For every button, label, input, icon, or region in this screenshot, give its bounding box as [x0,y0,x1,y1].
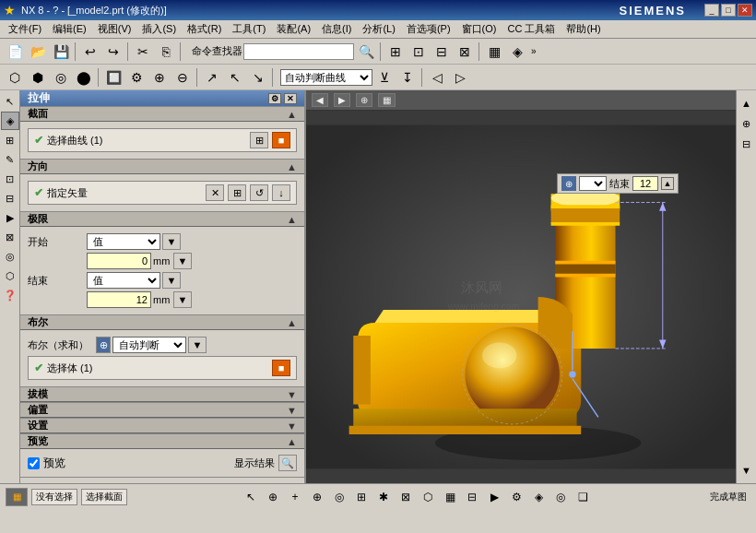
section-header-draft[interactable]: 拔模 ▼ [20,386,304,402]
btm-btn-9[interactable]: ⬡ [418,488,438,506]
start-dist-arrow[interactable]: ▼ [173,253,192,269]
display-result-btn[interactable]: 🔍 [278,455,297,471]
vert-btn-select[interactable]: ↖ [1,92,19,111]
vert-btn-8[interactable]: ⊠ [1,228,19,246]
tb-btn6[interactable]: ◈ [506,41,528,62]
tb2-b10[interactable]: ↖ [224,67,246,88]
tb2-b5[interactable]: 🔲 [102,67,124,88]
auto-judge-select[interactable]: 自动判断曲线 [280,69,372,86]
tb-cut[interactable]: ✂ [132,41,154,62]
btm-btn-5[interactable]: ◎ [329,488,349,506]
tb2-filter[interactable]: ⊻ [373,67,396,88]
select-curve-btn2[interactable]: ■ [272,132,290,148]
vp-nav-btn2[interactable]: ▶ [334,93,350,107]
vert-btn-3[interactable]: ⊞ [1,131,19,149]
menu-edit[interactable]: 编辑(E) [48,21,91,37]
menu-help[interactable]: 帮助(H) [561,21,605,37]
tb2-b6[interactable]: ⚙ [125,67,148,88]
btm-btn-11[interactable]: ⊟ [462,488,482,506]
select-curve-btn1[interactable]: ⊞ [250,132,268,148]
vert-btn-4[interactable]: ✎ [1,150,19,169]
popup-end-select[interactable] [579,176,607,191]
vp-nav-btn1[interactable]: ◀ [312,93,328,107]
menu-view[interactable]: 视图(V) [93,21,136,37]
popup-end-input[interactable] [632,176,658,191]
section-header-preview[interactable]: 预览 ▲ [20,433,304,449]
right-btn-1[interactable]: ▲ [738,94,756,113]
preview-checkbox[interactable] [28,457,40,469]
btm-btn-2[interactable]: ⊕ [263,488,283,506]
menu-format[interactable]: 格式(R) [183,21,226,37]
section-header-limit[interactable]: 极限 ▲ [20,211,304,227]
vert-btn-7[interactable]: ▶ [1,208,19,227]
tb2-b9[interactable]: ↗ [201,67,223,88]
btm-btn-8[interactable]: ⊠ [396,488,416,506]
btm-btn-1[interactable]: ↖ [241,488,261,506]
dialog-gear-btn[interactable]: ⚙ [268,93,281,104]
specify-vector-btn3[interactable]: ↺ [250,184,268,201]
tb2-b2[interactable]: ⬢ [27,67,49,88]
popup-up-btn[interactable]: ▲ [661,177,674,190]
right-btn-2[interactable]: ⊕ [738,114,756,133]
specify-vector-btn2[interactable]: ⊞ [228,184,246,201]
btm-btn-12[interactable]: ▶ [484,488,504,506]
boolean-arrow-btn[interactable]: ▼ [188,337,207,353]
end-dist-arrow[interactable]: ▼ [173,291,192,308]
tb-more[interactable]: » [529,46,538,56]
tb-btn1[interactable]: ⊞ [384,41,407,62]
menu-tools[interactable]: 工具(T) [228,21,270,37]
tb2-b8[interactable]: ⊖ [171,67,194,88]
specify-vector-btn4[interactable]: ↓ [272,184,290,201]
vert-btn-11[interactable]: ❓ [1,286,19,304]
right-btn-4[interactable]: ▼ [738,461,756,480]
vert-btn-5[interactable]: ⊡ [1,170,19,188]
section-header-mian[interactable]: 截面 ▲ [20,106,304,122]
close-btn[interactable]: ✕ [738,4,752,17]
tb-undo[interactable]: ↩ [79,41,101,62]
tb2-b11[interactable]: ↘ [247,67,269,88]
btm-btn-16[interactable]: ❑ [573,488,593,506]
tb-copy[interactable]: ⎘ [155,41,177,62]
tb-btn4[interactable]: ⊠ [454,41,476,62]
section-header-settings[interactable]: 设置 ▼ [20,418,304,433]
menu-analysis[interactable]: 分析(L) [358,21,399,37]
start-distance-input[interactable] [87,253,151,269]
tb-save[interactable]: 💾 [50,41,72,62]
tb2-b14[interactable]: ▷ [449,67,471,88]
menu-preferences[interactable]: 首选项(P) [402,21,455,37]
right-btn-3[interactable]: ⊟ [738,135,756,153]
vert-btn-10[interactable]: ⬡ [1,266,19,285]
tb-btn5[interactable]: ▦ [483,41,505,62]
tb2-b3[interactable]: ◎ [50,67,72,88]
menu-file[interactable]: 文件(F) [4,21,46,37]
command-finder-input[interactable] [243,43,354,60]
btm-btn-10[interactable]: ▦ [440,488,460,506]
tb2-b1[interactable]: ⬡ [4,67,26,88]
tb-redo[interactable]: ↪ [102,41,124,62]
btm-btn-7[interactable]: ✱ [373,488,394,506]
menu-info[interactable]: 信息(I) [317,21,356,37]
tb2-b12[interactable]: ↧ [396,67,419,88]
start-arrow-btn[interactable]: ▼ [162,233,181,250]
section-header-direction[interactable]: 方向 ▲ [20,159,304,174]
tb-btn2[interactable]: ⊡ [408,41,430,62]
menu-window[interactable]: 窗口(O) [457,21,502,37]
btm-btn-6[interactable]: ⊞ [351,488,372,506]
tb-open[interactable]: 📂 [27,41,49,62]
menu-cc[interactable]: CC 工具箱 [502,21,560,37]
select-body-orange-btn[interactable]: ■ [272,360,290,376]
vert-btn-9[interactable]: ◎ [1,247,19,266]
tb2-b4[interactable]: ⬤ [73,67,95,88]
vert-btn-2[interactable]: ◈ [1,112,19,130]
tb2-b13[interactable]: ◁ [426,67,448,88]
start-type-select[interactable]: 值 [87,233,160,250]
maximize-btn[interactable]: □ [721,4,736,17]
btm-btn-15[interactable]: ◎ [550,488,571,506]
specify-vector-btn1[interactable]: ✕ [206,184,224,201]
btm-btn-13[interactable]: ⚙ [506,488,526,506]
tb2-b7[interactable]: ⊕ [148,67,171,88]
tb-new[interactable]: 📄 [4,41,26,62]
tb-btn3[interactable]: ⊟ [431,41,453,62]
boolean-type-select[interactable]: 自动判断 [112,337,186,353]
end-type-select[interactable]: 值 [87,272,160,289]
